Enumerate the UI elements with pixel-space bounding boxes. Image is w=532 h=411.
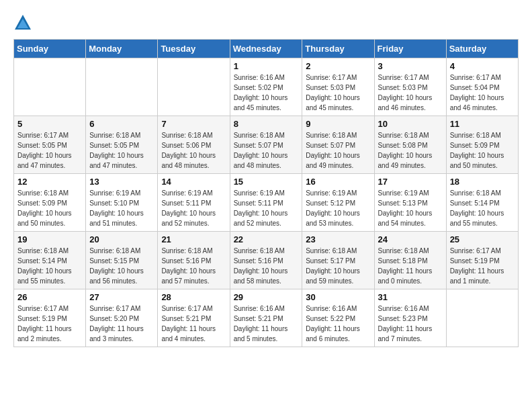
- calendar-cell: [446, 289, 518, 347]
- weekday-header-friday: Friday: [374, 40, 446, 58]
- day-number: 1: [234, 61, 299, 71]
- day-number: 2: [306, 61, 370, 71]
- day-info: Sunrise: 6:17 AM Sunset: 5:05 PM Dayligh…: [17, 130, 82, 171]
- day-number: 23: [306, 234, 370, 244]
- weekday-header-wednesday: Wednesday: [230, 40, 302, 58]
- weekday-header-saturday: Saturday: [446, 40, 518, 58]
- day-info: Sunrise: 6:18 AM Sunset: 5:16 PM Dayligh…: [161, 246, 226, 286]
- day-number: 29: [234, 292, 299, 302]
- header: [13, 13, 519, 32]
- day-info: Sunrise: 6:19 AM Sunset: 5:13 PM Dayligh…: [378, 188, 443, 228]
- day-number: 18: [450, 177, 515, 187]
- day-number: 14: [161, 177, 226, 187]
- day-info: Sunrise: 6:18 AM Sunset: 5:07 PM Dayligh…: [306, 130, 370, 171]
- calendar-week-row: 5Sunrise: 6:17 AM Sunset: 5:05 PM Daylig…: [14, 116, 519, 174]
- calendar-cell: 6Sunrise: 6:18 AM Sunset: 5:05 PM Daylig…: [86, 116, 158, 174]
- day-number: 24: [378, 234, 443, 244]
- day-info: Sunrise: 6:18 AM Sunset: 5:15 PM Dayligh…: [89, 246, 154, 286]
- weekday-header-row: SundayMondayTuesdayWednesdayThursdayFrid…: [14, 40, 519, 58]
- day-info: Sunrise: 6:17 AM Sunset: 5:19 PM Dayligh…: [450, 246, 515, 286]
- day-info: Sunrise: 6:18 AM Sunset: 5:06 PM Dayligh…: [161, 130, 226, 171]
- day-number: 28: [161, 292, 226, 302]
- calendar-week-row: 26Sunrise: 6:17 AM Sunset: 5:19 PM Dayli…: [14, 289, 519, 347]
- weekday-header-tuesday: Tuesday: [158, 40, 230, 58]
- calendar-cell: 31Sunrise: 6:16 AM Sunset: 5:23 PM Dayli…: [374, 289, 446, 347]
- day-number: 4: [450, 61, 515, 71]
- day-info: Sunrise: 6:19 AM Sunset: 5:10 PM Dayligh…: [89, 188, 154, 228]
- day-number: 20: [89, 234, 154, 244]
- day-number: 8: [234, 119, 299, 129]
- day-info: Sunrise: 6:17 AM Sunset: 5:03 PM Dayligh…: [378, 73, 443, 113]
- calendar-cell: 14Sunrise: 6:19 AM Sunset: 5:11 PM Dayli…: [158, 174, 230, 232]
- calendar-cell: 30Sunrise: 6:16 AM Sunset: 5:22 PM Dayli…: [302, 289, 374, 347]
- calendar-cell: 19Sunrise: 6:18 AM Sunset: 5:14 PM Dayli…: [14, 232, 86, 289]
- calendar-cell: 18Sunrise: 6:18 AM Sunset: 5:14 PM Dayli…: [446, 174, 518, 232]
- day-info: Sunrise: 6:18 AM Sunset: 5:17 PM Dayligh…: [306, 246, 370, 286]
- calendar-cell: 20Sunrise: 6:18 AM Sunset: 5:15 PM Dayli…: [86, 232, 158, 289]
- calendar-cell: 4Sunrise: 6:17 AM Sunset: 5:04 PM Daylig…: [446, 58, 518, 116]
- day-number: 9: [306, 119, 370, 129]
- calendar-cell: 5Sunrise: 6:17 AM Sunset: 5:05 PM Daylig…: [14, 116, 86, 174]
- calendar-cell: 28Sunrise: 6:17 AM Sunset: 5:21 PM Dayli…: [158, 289, 230, 347]
- calendar-cell: 3Sunrise: 6:17 AM Sunset: 5:03 PM Daylig…: [374, 58, 446, 116]
- day-info: Sunrise: 6:16 AM Sunset: 5:21 PM Dayligh…: [234, 304, 299, 344]
- day-number: 7: [161, 119, 226, 129]
- day-info: Sunrise: 6:16 AM Sunset: 5:23 PM Dayligh…: [378, 304, 443, 344]
- day-number: 15: [234, 177, 299, 187]
- day-number: 17: [378, 177, 443, 187]
- day-info: Sunrise: 6:18 AM Sunset: 5:08 PM Dayligh…: [378, 130, 443, 171]
- calendar-cell: 23Sunrise: 6:18 AM Sunset: 5:17 PM Dayli…: [302, 232, 374, 289]
- day-number: 3: [378, 61, 443, 71]
- calendar-cell: 15Sunrise: 6:19 AM Sunset: 5:11 PM Dayli…: [230, 174, 302, 232]
- calendar-cell: 24Sunrise: 6:18 AM Sunset: 5:18 PM Dayli…: [374, 232, 446, 289]
- weekday-header-sunday: Sunday: [14, 40, 86, 58]
- day-info: Sunrise: 6:18 AM Sunset: 5:07 PM Dayligh…: [234, 130, 299, 171]
- day-number: 10: [378, 119, 443, 129]
- day-number: 22: [234, 234, 299, 244]
- calendar-cell: 9Sunrise: 6:18 AM Sunset: 5:07 PM Daylig…: [302, 116, 374, 174]
- day-number: 11: [450, 119, 515, 129]
- day-info: Sunrise: 6:17 AM Sunset: 5:19 PM Dayligh…: [17, 304, 82, 344]
- calendar-cell: [86, 58, 158, 116]
- calendar-cell: 11Sunrise: 6:18 AM Sunset: 5:09 PM Dayli…: [446, 116, 518, 174]
- day-number: 13: [89, 177, 154, 187]
- calendar-cell: 2Sunrise: 6:17 AM Sunset: 5:03 PM Daylig…: [302, 58, 374, 116]
- calendar-cell: 25Sunrise: 6:17 AM Sunset: 5:19 PM Dayli…: [446, 232, 518, 289]
- calendar-cell: 7Sunrise: 6:18 AM Sunset: 5:06 PM Daylig…: [158, 116, 230, 174]
- calendar-cell: 13Sunrise: 6:19 AM Sunset: 5:10 PM Dayli…: [86, 174, 158, 232]
- day-number: 30: [306, 292, 370, 302]
- day-info: Sunrise: 6:17 AM Sunset: 5:20 PM Dayligh…: [89, 304, 154, 344]
- calendar-cell: 27Sunrise: 6:17 AM Sunset: 5:20 PM Dayli…: [86, 289, 158, 347]
- day-info: Sunrise: 6:17 AM Sunset: 5:03 PM Dayligh…: [306, 73, 370, 113]
- day-number: 26: [17, 292, 82, 302]
- day-info: Sunrise: 6:17 AM Sunset: 5:21 PM Dayligh…: [161, 304, 226, 344]
- day-number: 25: [450, 234, 515, 244]
- calendar-cell: [158, 58, 230, 116]
- day-number: 12: [17, 177, 82, 187]
- calendar-week-row: 12Sunrise: 6:18 AM Sunset: 5:09 PM Dayli…: [14, 174, 519, 232]
- calendar-cell: 21Sunrise: 6:18 AM Sunset: 5:16 PM Dayli…: [158, 232, 230, 289]
- calendar-cell: 22Sunrise: 6:18 AM Sunset: 5:16 PM Dayli…: [230, 232, 302, 289]
- calendar-cell: 29Sunrise: 6:16 AM Sunset: 5:21 PM Dayli…: [230, 289, 302, 347]
- calendar-cell: 10Sunrise: 6:18 AM Sunset: 5:08 PM Dayli…: [374, 116, 446, 174]
- day-number: 21: [161, 234, 226, 244]
- weekday-header-thursday: Thursday: [302, 40, 374, 58]
- logo: [13, 13, 34, 32]
- logo-icon: [13, 13, 32, 32]
- day-info: Sunrise: 6:18 AM Sunset: 5:14 PM Dayligh…: [17, 246, 82, 286]
- day-number: 19: [17, 234, 82, 244]
- day-info: Sunrise: 6:16 AM Sunset: 5:22 PM Dayligh…: [306, 304, 370, 344]
- day-info: Sunrise: 6:18 AM Sunset: 5:09 PM Dayligh…: [450, 130, 515, 171]
- calendar-cell: 26Sunrise: 6:17 AM Sunset: 5:19 PM Dayli…: [14, 289, 86, 347]
- day-number: 5: [17, 119, 82, 129]
- day-info: Sunrise: 6:18 AM Sunset: 5:14 PM Dayligh…: [450, 188, 515, 228]
- day-info: Sunrise: 6:19 AM Sunset: 5:12 PM Dayligh…: [306, 188, 370, 228]
- calendar-cell: 1Sunrise: 6:16 AM Sunset: 5:02 PM Daylig…: [230, 58, 302, 116]
- calendar-cell: 8Sunrise: 6:18 AM Sunset: 5:07 PM Daylig…: [230, 116, 302, 174]
- day-info: Sunrise: 6:17 AM Sunset: 5:04 PM Dayligh…: [450, 73, 515, 113]
- day-number: 31: [378, 292, 443, 302]
- calendar-cell: 12Sunrise: 6:18 AM Sunset: 5:09 PM Dayli…: [14, 174, 86, 232]
- calendar-cell: 17Sunrise: 6:19 AM Sunset: 5:13 PM Dayli…: [374, 174, 446, 232]
- day-number: 6: [89, 119, 154, 129]
- day-info: Sunrise: 6:16 AM Sunset: 5:02 PM Dayligh…: [234, 73, 299, 113]
